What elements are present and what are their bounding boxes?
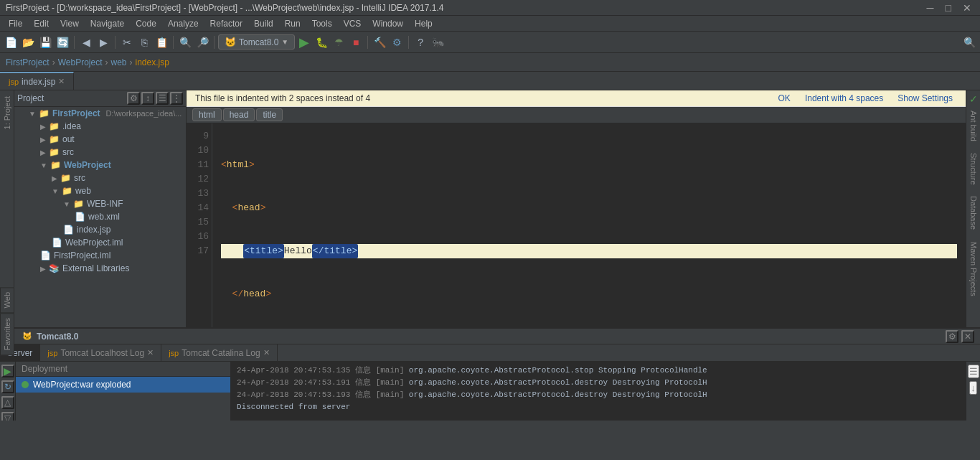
database-label[interactable]: Database [968, 190, 979, 235]
editor-check-icon: ✓ [969, 93, 978, 105]
deployment-header: Deployment [16, 362, 230, 377]
menu-window[interactable]: Window [367, 17, 409, 30]
warning-settings-link[interactable]: Show Settings [897, 93, 953, 103]
nav-web[interactable]: web [111, 57, 127, 67]
menu-build[interactable]: Build [248, 17, 279, 30]
menu-code[interactable]: Code [130, 17, 162, 30]
structure-label[interactable]: Structure [968, 147, 979, 191]
debug-button[interactable]: 🐛 [314, 34, 329, 50]
folder-icon-out: 📁 [49, 134, 60, 144]
menu-view[interactable]: View [55, 17, 85, 30]
menu-navigate[interactable]: Navigate [85, 17, 130, 30]
menu-tools[interactable]: Tools [306, 17, 338, 30]
menu-edit[interactable]: Edit [28, 17, 55, 30]
forward-button[interactable]: ▶ [95, 34, 111, 50]
breadcrumb-html[interactable]: html [192, 108, 222, 121]
tree-scroll-button[interactable]: ↕ [141, 92, 154, 105]
bottom-tab-catalina-log[interactable]: jsp Tomcat Catalina Log ✕ [161, 344, 277, 361]
bottom-scroll-end-button[interactable]: ↓ [969, 381, 977, 395]
tree-item-src2[interactable]: ▶ 📁 src [14, 172, 186, 184]
tree-item-src[interactable]: ▶ 📁 src [14, 146, 186, 159]
bottom-up-button[interactable]: △ [1, 396, 14, 409]
tree-item-out[interactable]: ▶ 📁 out [14, 133, 186, 146]
bottom-filter-button[interactable]: ☰ [968, 365, 979, 378]
tree-filter-button[interactable]: ☰ [156, 92, 169, 105]
stop-button[interactable]: ■ [348, 34, 364, 50]
warning-indent-link[interactable]: Indent with 4 spaces [805, 93, 883, 103]
bottom-tab-localhost-close[interactable]: ✕ [147, 348, 154, 357]
code-content[interactable]: <html> __<head> ____<title>Hello</title>… [212, 123, 966, 327]
titlebar: FirstProject - [D:\workspace_idea\FirstP… [0, 0, 980, 16]
breadcrumb-head[interactable]: head [223, 108, 255, 121]
output-line-4: Disconnected from server [237, 401, 960, 413]
menu-file[interactable]: File [3, 17, 28, 30]
tree-item-webinf[interactable]: ▼ 📁 WEB-INF [14, 197, 186, 210]
minimize-button[interactable]: ─ [924, 2, 937, 14]
maven-projects-label[interactable]: Maven Projects [968, 236, 979, 302]
bottom-settings-button[interactable]: ⚙ [946, 330, 958, 343]
bottom-tab-localhost-log[interactable]: jsp Tomcat Localhost Log ✕ [40, 344, 161, 361]
new-button[interactable]: 📄 [3, 34, 19, 50]
copy-button[interactable]: ⎘ [136, 34, 152, 50]
bottom-tab-catalina-close[interactable]: ✕ [263, 348, 270, 357]
open-button[interactable]: 📂 [20, 34, 36, 50]
nav-index-jsp[interactable]: index.jsp [136, 57, 169, 67]
tree-label-webproject: WebProject [64, 160, 111, 170]
project-panel-label[interactable]: 1: Project [1, 90, 13, 135]
cut-button[interactable]: ✂ [119, 34, 135, 50]
ant-button[interactable]: 🐜 [430, 34, 446, 50]
code-editor[interactable]: 9 10 11 12 13 14 15 16 17 <html> __<head… [187, 123, 966, 327]
ant-build-label[interactable]: Ant build [968, 105, 979, 147]
rebuild-button[interactable]: ⚙ [389, 34, 405, 50]
warning-ok-link[interactable]: OK [778, 93, 791, 103]
tree-item-indexjsp[interactable]: 📄 index.jsp [14, 223, 186, 236]
tree-item-firstprojectiml[interactable]: 📄 FirstProject.iml [14, 249, 186, 262]
menu-help[interactable]: Help [409, 17, 438, 30]
paste-button[interactable]: 📋 [154, 34, 169, 50]
menu-refactor[interactable]: Refactor [204, 17, 248, 30]
run-config-selector[interactable]: 🐱 Tomcat8.0 ▼ [218, 34, 295, 50]
tree-item-firstproject[interactable]: ▼ 📁 FirstProject D:\workspace_idea\... [14, 107, 186, 120]
sync-button[interactable]: 🔄 [55, 34, 70, 50]
tree-item-web[interactable]: ▼ 📁 web [14, 184, 186, 197]
favorites-label[interactable]: Favorites [0, 313, 14, 355]
back-button[interactable]: ◀ [78, 34, 94, 50]
bottom-play-button[interactable]: ▶ [1, 365, 14, 377]
tree-item-extlibs[interactable]: ▶ 📚 External Libraries [14, 262, 186, 275]
breadcrumb-title[interactable]: title [256, 108, 283, 121]
tab-index-jsp[interactable]: jsp index.jsp ✕ [0, 72, 74, 90]
tree-item-webproject[interactable]: ▼ 📁 WebProject [14, 159, 186, 172]
menu-run[interactable]: Run [279, 17, 306, 30]
code-line-9: <html> [221, 158, 957, 172]
tree-item-webxml[interactable]: 📄 web.xml [14, 210, 186, 223]
search-everywhere-button[interactable]: 🔍 [961, 34, 977, 50]
run-button[interactable]: ▶ [296, 34, 312, 50]
bottom-close-button[interactable]: ✕ [961, 330, 974, 343]
menu-analyze[interactable]: Analyze [162, 17, 204, 30]
bottom-reload-button[interactable]: ↻ [1, 380, 14, 393]
warning-bar: This file is indented with 2 spaces inst… [187, 90, 966, 107]
tree-label-extlibs: External Libraries [62, 263, 129, 273]
tree-item-webprojectiml[interactable]: 📄 WebProject.iml [14, 236, 186, 249]
nav-web-project[interactable]: WebProject [58, 57, 103, 67]
maximize-button[interactable]: □ [943, 2, 954, 14]
find-button[interactable]: 🔍 [177, 34, 193, 50]
bottom-down-button[interactable]: ▽ [1, 412, 14, 421]
tab-close-button[interactable]: ✕ [58, 77, 65, 86]
tree-more-button[interactable]: ⋮ [170, 92, 183, 105]
deployment-item[interactable]: WebProject:war exploded [16, 377, 230, 393]
file-icon-firstprojectiml: 📄 [40, 250, 51, 260]
replace-button[interactable]: 🔎 [194, 34, 210, 50]
tree-item-idea[interactable]: ▶ 📁 .idea [14, 120, 186, 133]
bottom-side-toolbar: ☰ ↓ [966, 362, 980, 421]
menu-vcs[interactable]: VCS [338, 17, 367, 30]
help-toolbar-button[interactable]: ? [413, 34, 428, 50]
coverage-button[interactable]: ☂ [331, 34, 347, 50]
save-button[interactable]: 💾 [37, 34, 53, 50]
close-button[interactable]: ✕ [960, 2, 974, 14]
build-button[interactable]: 🔨 [372, 34, 387, 50]
nav-first-project[interactable]: FirstProject [6, 57, 50, 67]
tree-gear-button[interactable]: ⚙ [127, 92, 140, 105]
web-label[interactable]: Web [0, 287, 14, 313]
run-panel-title: 🐱 Tomcat8.0 [17, 332, 84, 342]
